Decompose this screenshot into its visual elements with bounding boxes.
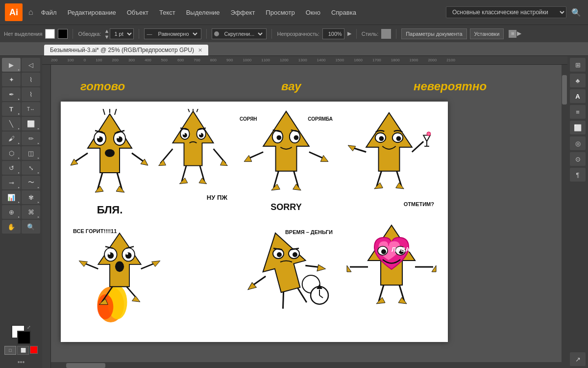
eyedropper-tool[interactable]: ⊕▸ — [2, 205, 21, 219]
vertical-scrollbar[interactable] — [562, 65, 567, 368]
fill-swatch[interactable] — [45, 29, 55, 39]
arrange-panel-btn[interactable]: ⊞ — [570, 58, 586, 72]
sticker-nupzh: НУ ПЖ — [154, 109, 232, 214]
fill-mode-selector[interactable]: Равномерно — [154, 28, 199, 39]
ruler-tick: 100 — [96, 58, 102, 62]
svg-point-35 — [199, 133, 201, 135]
eraser-tool[interactable]: ◫▸ — [22, 146, 40, 160]
color-swatches[interactable]: ⤢ — [11, 325, 31, 344]
curvature-tool[interactable]: ⌇ — [22, 87, 40, 101]
stroke-swatch[interactable] — [58, 29, 68, 39]
menu-help[interactable]: Справка — [329, 8, 358, 17]
blend-tool[interactable]: ⌘▸ — [22, 205, 40, 219]
canvas-content: готово вау невероятно — [51, 65, 567, 368]
divider-2 — [139, 29, 139, 39]
svg-marker-60 — [423, 135, 430, 142]
sticker-sorry-svg — [237, 109, 335, 205]
direct-select-tool[interactable]: ◁ — [22, 58, 40, 72]
no-selection-label: Нет выделения — [4, 31, 42, 37]
more-tools-button[interactable]: ••• — [18, 358, 25, 366]
shaper-tool[interactable]: ⬡▸ — [2, 146, 21, 160]
svg-point-121 — [381, 249, 386, 254]
color-red-btn[interactable] — [30, 346, 38, 354]
svg-marker-21 — [172, 111, 213, 166]
ruler-tick: 600 — [177, 58, 184, 62]
width-tool[interactable]: ⊸▸ — [2, 176, 21, 189]
type-tool[interactable]: T▸ — [2, 102, 21, 116]
settings-button[interactable]: Установки — [470, 28, 504, 39]
scale-tool[interactable]: ⤡▸ — [22, 161, 40, 175]
svg-marker-75 — [98, 233, 141, 287]
svg-line-40 — [196, 109, 199, 112]
ruler-tick: 1700 — [372, 58, 381, 62]
ruler-tick: 700 — [194, 58, 200, 62]
menu-edit[interactable]: Редактирование — [66, 8, 118, 17]
lasso-tool[interactable]: ⌇ — [22, 73, 40, 86]
select-tool[interactable]: ▶▸ — [2, 58, 21, 72]
ai-logo: Ai — [5, 3, 23, 21]
rotate-tool[interactable]: ↺▸ — [2, 161, 21, 175]
artboard: БЛЯ. — [61, 102, 448, 342]
warp-tool[interactable]: 〜▸ — [22, 176, 40, 189]
transform-btn[interactable]: ⬜ — [570, 121, 586, 134]
sticker-sorry: СОРЯН СОРЯМБА SORRY — [237, 109, 335, 214]
magic-wand-tool[interactable]: ✦ — [2, 73, 21, 86]
rect-tool[interactable]: ⬜▸ — [22, 117, 40, 131]
divider-6 — [396, 29, 396, 39]
background-swatch[interactable] — [17, 331, 31, 344]
style-swatch[interactable] — [381, 29, 391, 39]
round-selector[interactable]: Скруглени... — [220, 28, 264, 39]
soryan-label: СОРЯН — [240, 116, 257, 122]
opacity-input[interactable] — [322, 28, 344, 39]
libraries-btn[interactable]: ↗ — [570, 352, 586, 366]
svg-point-63 — [427, 132, 431, 136]
ruler-tick: 1000 — [243, 58, 251, 62]
touch-type-tool[interactable]: T↔ — [22, 102, 40, 116]
svg-point-17 — [105, 149, 115, 157]
menu-window[interactable]: Окно — [304, 8, 322, 17]
v-scroll-thumb[interactable] — [562, 75, 567, 105]
line-tool[interactable]: ╲▸ — [2, 117, 21, 131]
paragraph-btn[interactable]: ≡ — [570, 105, 586, 119]
pencil-tool[interactable]: ✏▸ — [22, 131, 40, 145]
ruler-tick: 200 — [51, 58, 57, 62]
canvas-area[interactable]: 200 100 0 100 200 300 400 500 600 700 80… — [42, 56, 567, 368]
divider-3 — [206, 29, 207, 39]
zoom-tool[interactable]: 🔍 — [22, 220, 40, 234]
tab-title: Безымянный-3.ai* @ 25% (RGB/Предпросмотр… — [50, 47, 194, 53]
label-gotovo: готово — [80, 79, 125, 93]
workspace-selector[interactable]: Основные классические настройки — [446, 6, 566, 18]
menu-effect[interactable]: Эффект — [229, 8, 257, 17]
home-button[interactable]: ⌂ — [26, 6, 35, 19]
reset-colors[interactable]: ⤢ — [27, 325, 31, 330]
stroke-value-input[interactable]: 1 pt — [110, 28, 134, 39]
character-btn[interactable]: A — [570, 89, 586, 103]
tool-row-11: ⊕▸ ⌘▸ — [2, 205, 40, 219]
horizontal-scrollbar[interactable] — [51, 362, 562, 368]
symbol-tool[interactable]: ✾▸ — [22, 190, 40, 204]
color-none-btn[interactable]: ⬜ — [17, 346, 29, 355]
column-graph-tool[interactable]: 📊▸ — [2, 190, 21, 204]
paintbrush-tool[interactable]: 🖌▸ — [2, 131, 21, 145]
h-scroll-thumb[interactable] — [66, 363, 105, 368]
svg-marker-25 — [220, 160, 228, 166]
appearance-btn[interactable]: ◎ — [570, 136, 586, 150]
menu-file[interactable]: Файл — [39, 8, 59, 17]
tab-close-button[interactable]: ✕ — [198, 47, 202, 53]
doc-params-button[interactable]: Параметры документа — [401, 28, 466, 39]
ruler-vertical — [42, 65, 51, 368]
symbols-btn[interactable]: ♣ — [570, 74, 586, 87]
hand-tool[interactable]: ✋ — [2, 220, 21, 234]
menu-view[interactable]: Просмотр — [264, 8, 296, 17]
paragraph-styles-btn[interactable]: ¶ — [570, 168, 586, 182]
menu-object[interactable]: Объект — [125, 8, 150, 17]
svg-marker-23 — [159, 160, 166, 166]
search-button[interactable]: 🔍 — [569, 5, 583, 19]
document-tab[interactable]: Безымянный-3.ai* @ 25% (RGB/Предпросмотр… — [44, 45, 208, 55]
menu-select[interactable]: Выделение — [184, 8, 222, 17]
menu-text[interactable]: Текст — [157, 8, 177, 17]
color-fill-btn[interactable]: □ — [4, 346, 16, 355]
pen-tool[interactable]: ✒▸ — [2, 87, 21, 101]
ruler-tick: 1100 — [261, 58, 270, 62]
color-btn[interactable]: ⊙ — [570, 152, 586, 166]
